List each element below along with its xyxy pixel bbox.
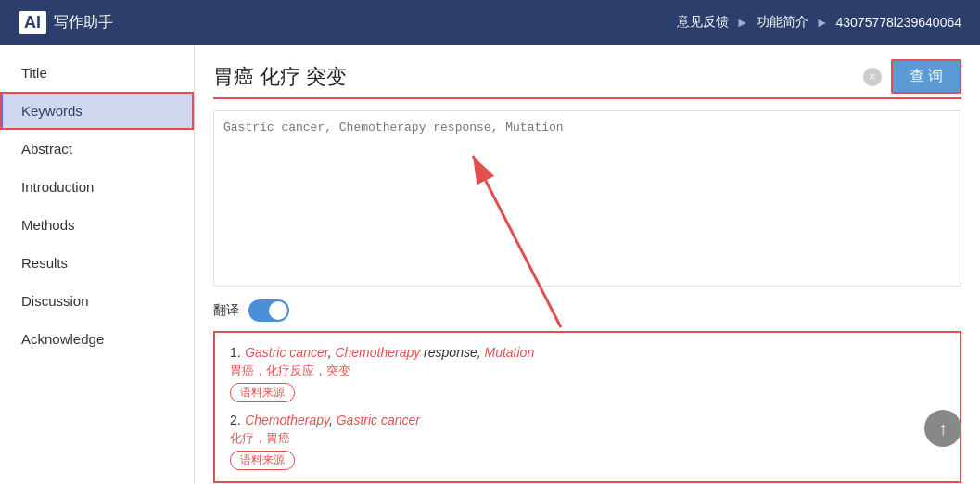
result-1-en-chemo: Chemotherapy <box>335 345 420 360</box>
header-nav: 意见反馈 ► 功能简介 ► 43075778l239640064 <box>677 14 961 31</box>
result-item-2: 2. Chemotherapy, Gastric cancer 化疗，胃癌 语料… <box>230 412 945 470</box>
header: AI 写作助手 意见反馈 ► 功能简介 ► 43075778l239640064 <box>0 0 980 45</box>
result-1-en: Gastric cancer, Chemotherapy response, M… <box>245 345 534 360</box>
result-1-number: 1. <box>230 345 241 360</box>
logo-ai-box: AI <box>19 11 46 34</box>
query-button[interactable]: 查 询 <box>891 59 961 94</box>
translate-label: 翻译 <box>213 302 239 319</box>
result-1-response: response, <box>420 345 484 360</box>
sidebar-item-keywords[interactable]: Keywords <box>0 92 194 130</box>
result-2-comma: , <box>329 413 337 427</box>
results-area: 1. Gastric cancer, Chemotherapy response… <box>213 331 961 483</box>
toggle-knob <box>269 301 287 320</box>
sidebar-item-discussion[interactable]: Discussion <box>0 282 194 320</box>
nav-feedback[interactable]: 意见反馈 <box>677 14 729 31</box>
nav-id: 43075778l239640064 <box>836 15 961 30</box>
result-2-en-chemo: Chemotherapy <box>245 413 329 427</box>
sidebar-item-results[interactable]: Results <box>0 244 194 282</box>
result-1-source-badge[interactable]: 语料来源 <box>230 383 295 402</box>
nav-arrow1: ► <box>736 15 749 30</box>
nav-features[interactable]: 功能简介 <box>757 14 808 31</box>
result-2-en-gastric: Gastric cancer <box>337 413 420 427</box>
search-bar: × 查 询 <box>213 59 961 99</box>
sidebar-item-title[interactable]: Title <box>0 54 194 92</box>
result-1-cn: 胃癌，化疗反应，突变 <box>230 363 945 379</box>
sidebar-item-abstract[interactable]: Abstract <box>0 130 194 168</box>
translate-toggle[interactable] <box>248 299 289 322</box>
result-2-source-badge[interactable]: 语料来源 <box>230 451 295 470</box>
result-2-en: Chemotherapy, Gastric cancer <box>245 413 420 427</box>
result-item-1: 1. Gastric cancer, Chemotherapy response… <box>230 344 945 402</box>
nav-arrow2: ► <box>816 15 829 30</box>
main-layout: Title Keywords Abstract Introduction Met… <box>0 45 980 484</box>
clear-button[interactable]: × <box>863 68 882 86</box>
sidebar-item-introduction[interactable]: Introduction <box>0 168 194 206</box>
keywords-textarea[interactable] <box>213 110 961 287</box>
content-area: × 查 询 翻译 1. Gastric cancer, Chemotherapy… <box>195 45 980 484</box>
sidebar-item-acknowledge[interactable]: Acknowledge <box>0 320 194 358</box>
result-1-en-gastric: Gastric cancer <box>245 345 327 360</box>
search-input[interactable] <box>213 65 863 89</box>
scroll-up-button[interactable]: ↑ <box>924 410 961 447</box>
sidebar: Title Keywords Abstract Introduction Met… <box>0 45 195 484</box>
result-2-cn: 化疗，胃癌 <box>230 430 945 447</box>
result-2-number: 2. <box>230 413 241 427</box>
translate-row: 翻译 <box>213 299 961 322</box>
sidebar-item-methods[interactable]: Methods <box>0 206 194 244</box>
logo: AI 写作助手 <box>19 11 113 34</box>
result-1-en-mutation: Mutation <box>485 345 535 360</box>
logo-text: 写作助手 <box>54 13 113 32</box>
